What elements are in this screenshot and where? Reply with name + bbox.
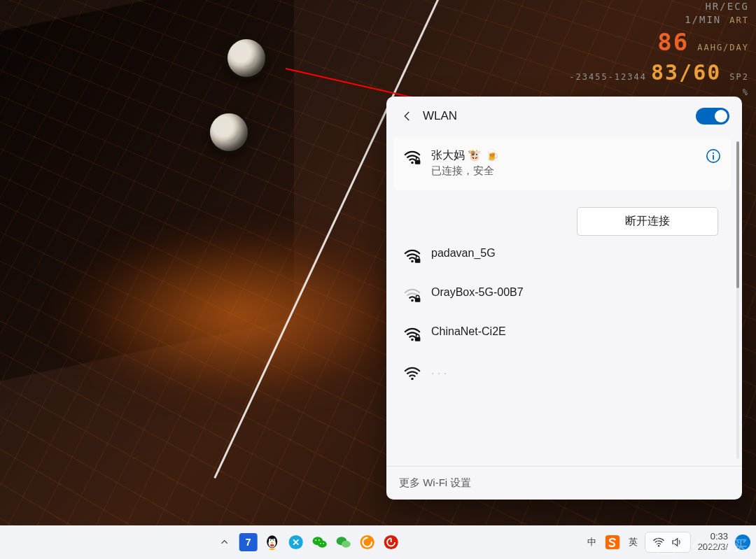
ime-indicator[interactable]: 中 xyxy=(583,536,601,549)
date-text: 2022/3/ xyxy=(698,542,728,553)
flyout-title: WLAN xyxy=(423,109,457,123)
more-wifi-settings[interactable]: 更多 Wi-Fi 设置 xyxy=(386,466,742,500)
svg-point-17 xyxy=(273,539,274,541)
wifi-icon xyxy=(652,536,665,549)
disconnect-button[interactable]: 断开连接 xyxy=(577,207,718,236)
wlan-toggle[interactable] xyxy=(696,108,729,125)
svg-point-0 xyxy=(411,162,413,164)
info-icon[interactable] xyxy=(706,148,721,164)
network-name: padavan_5G xyxy=(431,247,721,260)
wifi-secured-weak-icon xyxy=(403,288,421,303)
svg-rect-1 xyxy=(415,160,421,164)
app-icon[interactable] xyxy=(287,533,305,551)
svg-rect-8 xyxy=(415,298,421,302)
wechat2-icon[interactable] xyxy=(335,533,353,551)
wifi-secured-icon xyxy=(403,248,421,264)
svg-point-22 xyxy=(318,541,327,548)
netease-icon[interactable] xyxy=(382,533,400,551)
connected-network[interactable]: 张大妈 🐮 🍺 已连接，安全 断开连接 xyxy=(393,137,731,236)
svg-point-26 xyxy=(323,543,324,544)
svg-point-32 xyxy=(657,545,659,546)
wallpaper-hud: HR/ECG 1/MINART 86AAHG/DAY -23455-123448… xyxy=(565,0,749,98)
svg-point-7 xyxy=(411,299,413,302)
svg-rect-6 xyxy=(415,259,421,263)
svg-point-24 xyxy=(318,539,320,541)
network-name: OrayBox-5G-00B7 xyxy=(431,286,721,299)
time-text: 0:33 xyxy=(698,532,728,542)
svg-point-3 xyxy=(713,153,714,154)
svg-point-5 xyxy=(411,260,413,262)
network-item[interactable]: OrayBox-5G-00B7 xyxy=(393,275,731,314)
network-name: 张大妈 🐮 🍺 xyxy=(431,148,696,163)
clock[interactable]: 0:33 2022/3/ xyxy=(694,532,732,553)
network-item[interactable]: ChinaNet-Ci2E xyxy=(393,314,731,353)
wechat-icon[interactable] xyxy=(311,533,329,551)
svg-point-16 xyxy=(270,539,272,541)
network-name: . . . xyxy=(431,365,721,377)
svg-point-25 xyxy=(320,543,321,544)
wifi-secured-icon xyxy=(403,366,421,381)
svg-rect-4 xyxy=(713,155,714,160)
taskbar: 7 中 英 0:33 2022/3/ xyxy=(0,525,756,559)
volume-icon xyxy=(671,536,683,549)
sogou-ime-icon[interactable] xyxy=(603,533,622,551)
arrow-left-icon xyxy=(401,110,414,122)
ime-mode[interactable]: 英 xyxy=(624,536,642,549)
svg-point-23 xyxy=(315,539,316,541)
network-name: ChinaNet-Ci2E xyxy=(431,325,721,338)
desktop: HR/ECG 1/MINART 86AAHG/DAY -23455-123448… xyxy=(0,0,756,559)
network-status: 已连接，安全 xyxy=(431,164,696,178)
wifi-secured-icon xyxy=(403,327,421,342)
svg-point-18 xyxy=(271,542,274,544)
system-tray[interactable] xyxy=(645,532,691,553)
network-list: 张大妈 🐮 🍺 已连接，安全 断开连接 xyxy=(393,134,731,466)
notification-badge[interactable] xyxy=(735,535,750,550)
network-item[interactable]: padavan_5G xyxy=(393,236,731,275)
svg-rect-10 xyxy=(415,337,421,341)
app-icon[interactable]: 7 xyxy=(239,533,258,551)
network-item[interactable]: . . . xyxy=(393,353,731,392)
wlan-flyout: WLAN xyxy=(386,97,742,500)
taskbar-tray-overflow: 7 xyxy=(216,533,400,551)
svg-point-11 xyxy=(411,378,413,380)
chevron-up-icon[interactable] xyxy=(216,533,234,551)
svg-point-19 xyxy=(270,544,274,546)
app-icon[interactable] xyxy=(358,533,377,551)
flyout-header: WLAN xyxy=(386,97,742,134)
qq-icon[interactable] xyxy=(263,533,281,551)
svg-point-28 xyxy=(342,541,351,548)
wifi-secured-icon xyxy=(403,150,421,165)
scrollbar[interactable] xyxy=(736,141,739,459)
svg-point-9 xyxy=(411,339,413,341)
back-button[interactable] xyxy=(398,106,417,126)
